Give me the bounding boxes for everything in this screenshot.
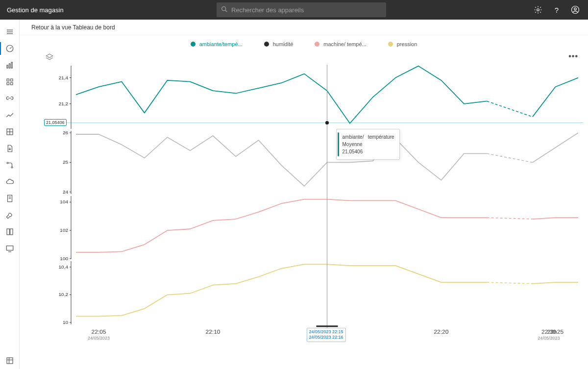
svg-text:21,2: 21,2 [59, 101, 69, 106]
legend-dot-icon [191, 42, 196, 47]
legend-label: ambiante/tempé... [199, 41, 243, 47]
svg-marker-32 [46, 54, 53, 58]
sidebar-item-grid[interactable] [0, 123, 20, 140]
svg-text:24/05/2023: 24/05/2023 [538, 336, 560, 341]
svg-point-0 [222, 6, 226, 10]
svg-text:22:10: 22:10 [206, 329, 220, 336]
breadcrumb[interactable]: Retour à la vue Tableau de bord [20, 20, 588, 35]
svg-text:22:30: 22:30 [541, 329, 556, 336]
svg-text:21,4: 21,4 [59, 75, 69, 80]
search-icon [220, 5, 228, 15]
help-icon: ? [555, 6, 559, 14]
sidebar-item-groups[interactable] [0, 74, 20, 90]
svg-text:24: 24 [63, 189, 69, 195]
sidebar-item-rules[interactable] [0, 190, 20, 207]
chart-tooltip: ambiante/ température Moyenne 21,05406 [336, 129, 400, 160]
svg-rect-15 [10, 83, 13, 85]
chart-legend: ambiante/tempé... humidité machine/ temp… [20, 41, 588, 47]
grid-icon [5, 127, 14, 136]
svg-text:24/05/2023: 24/05/2023 [88, 336, 110, 341]
svg-point-62 [325, 121, 329, 124]
columns-icon [5, 227, 14, 236]
svg-text:104: 104 [60, 199, 68, 204]
svg-text:102: 102 [60, 227, 68, 233]
sidebar-item-analytics[interactable] [0, 107, 20, 123]
svg-text:100: 100 [60, 256, 68, 261]
cursor-y-label: 21,05406 [44, 119, 67, 126]
legend-item-humidite[interactable]: humidité [264, 41, 294, 47]
cursor-time-line: 24/05/2023 22:15 [309, 329, 343, 335]
svg-line-1 [225, 10, 227, 12]
legend-label: pression [397, 41, 417, 47]
doc-icon [5, 194, 14, 203]
user-circle-icon [571, 5, 580, 14]
settings-button[interactable] [532, 4, 544, 16]
sidebar-item-flow[interactable] [0, 157, 20, 173]
legend-label: humidité [273, 41, 294, 47]
app-header: Gestion de magasin Rechercher des appare… [0, 0, 588, 20]
sidebar-item-layout[interactable] [0, 223, 20, 240]
gauge-icon [5, 44, 14, 53]
sidebar-item-export[interactable] [0, 140, 20, 157]
svg-point-4 [574, 8, 577, 10]
svg-rect-11 [11, 62, 12, 68]
chart-area: ambiante/tempé... humidité machine/ temp… [20, 35, 588, 369]
ellipsis-icon: ••• [568, 52, 578, 60]
monitor-icon [5, 244, 14, 253]
search-input[interactable]: Rechercher des appareils [217, 2, 386, 17]
search-placeholder: Rechercher des appareils [231, 6, 304, 14]
help-button[interactable]: ? [551, 4, 563, 16]
gear-icon [534, 5, 542, 14]
layers-icon [45, 53, 54, 62]
svg-text:25: 25 [63, 159, 69, 165]
svg-rect-14 [7, 83, 9, 85]
svg-rect-26 [10, 229, 12, 235]
svg-text:26: 26 [63, 130, 69, 135]
content-area: Retour à la vue Tableau de bord ambiante… [20, 20, 588, 369]
app-title: Gestion de magasin [0, 6, 64, 14]
legend-dot-icon [315, 42, 319, 47]
cloud-icon [5, 177, 14, 186]
legend-item-machine[interactable]: machine/ tempé... [315, 41, 366, 47]
account-button[interactable] [569, 4, 581, 16]
file-arrow-icon [5, 144, 14, 153]
sidebar-item-bottom[interactable] [0, 352, 20, 369]
svg-rect-9 [7, 65, 8, 68]
table-icon [5, 356, 14, 365]
cursor-time-label: 24/05/2023 22:15 24/05/2023 22:16 [307, 328, 346, 342]
sidebar-item-admin[interactable] [0, 207, 20, 223]
barchart-icon [5, 61, 14, 70]
svg-rect-25 [7, 229, 9, 235]
svg-rect-27 [6, 246, 13, 250]
svg-point-20 [7, 162, 8, 164]
svg-rect-29 [7, 358, 13, 364]
tiles-icon [5, 77, 14, 86]
flow-icon [5, 161, 14, 170]
svg-text:10: 10 [63, 320, 69, 325]
svg-text:10,2: 10,2 [59, 292, 69, 297]
legend-item-ambiante[interactable]: ambiante/tempé... [191, 41, 243, 47]
left-sidebar [0, 20, 20, 369]
sidebar-item-link[interactable] [0, 90, 20, 107]
breadcrumb-text: Retour à la vue Tableau de bord [31, 24, 115, 31]
legend-dot-icon [388, 42, 393, 47]
svg-point-2 [537, 9, 539, 11]
sidebar-item-dashboard[interactable] [0, 40, 20, 57]
sidebar-item-monitor[interactable] [0, 240, 20, 257]
linechart-icon [5, 111, 14, 120]
more-options-button[interactable]: ••• [568, 54, 578, 59]
tooltip-color-bar [338, 132, 339, 156]
link-icon [5, 94, 14, 103]
sidebar-hamburger[interactable] [0, 24, 20, 40]
chart-plot[interactable]: 21,421,226252410410210010,410,21022:0522… [44, 65, 583, 349]
sidebar-item-cloud[interactable] [0, 173, 20, 190]
legend-item-pression[interactable]: pression [388, 41, 417, 47]
wrench-icon [5, 211, 14, 220]
svg-text:10,4: 10,4 [59, 264, 69, 270]
sidebar-item-devices[interactable] [0, 57, 20, 74]
legend-label: machine/ tempé... [323, 41, 366, 47]
cursor-time-line: 24/05/2023 22:16 [309, 335, 343, 341]
svg-rect-10 [9, 64, 10, 68]
cursor-y-value: 21,05406 [46, 120, 65, 125]
layers-button[interactable] [45, 53, 54, 64]
